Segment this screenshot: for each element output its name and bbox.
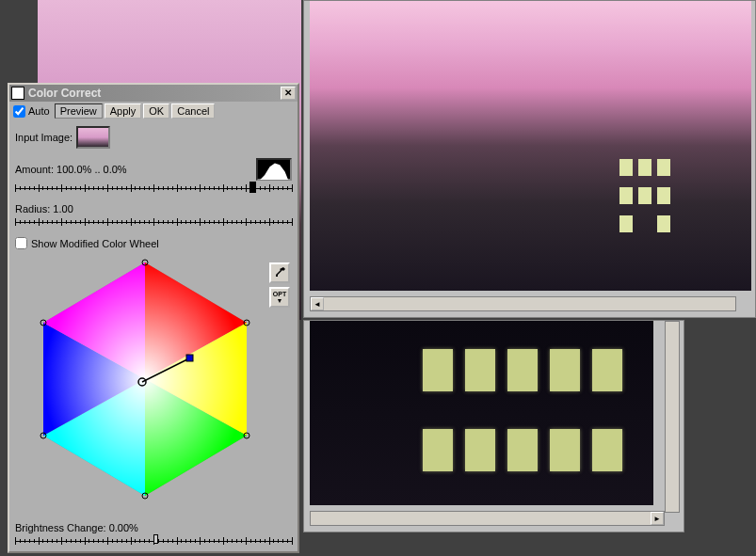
input-image-thumbnail[interactable] [76,126,110,149]
workspace: ◄ ► Color Correct ✕ Auto P [0,0,756,556]
brightness-label: Brightness Change: 0.00% [15,522,138,533]
options-button[interactable]: OPT ▼ [269,287,290,308]
show-modified-checkbox[interactable] [15,237,27,249]
svg-marker-0 [260,164,288,181]
scroll-left-icon[interactable]: ◄ [311,297,324,310]
histogram-thumbnail[interactable] [256,158,292,181]
input-image-label: Input Image: [15,132,72,143]
opt-label: OPT [273,291,286,297]
ok-button[interactable]: OK [143,103,169,119]
radius-label: Radius: 1.00 [15,203,73,214]
brightness-slider[interactable] [15,535,292,548]
apply-button[interactable]: Apply [105,103,142,119]
image-canvas-sunset[interactable] [310,1,751,291]
image-window-bottom: ► [303,320,684,532]
image-window-top: ◄ [303,0,756,318]
scroll-right-icon[interactable]: ► [651,512,664,525]
window-icon [11,87,24,100]
dialog-title: Color Correct [28,87,281,100]
auto-checkbox[interactable] [13,105,25,118]
scrollbar-horizontal[interactable]: ◄ [310,296,736,311]
image-canvas-dark[interactable] [310,321,653,505]
scrollbar-horizontal[interactable]: ► [310,511,665,526]
amount-slider[interactable] [15,183,292,196]
scrollbar-vertical[interactable] [665,321,680,513]
eyedropper-button[interactable] [269,262,290,283]
auto-label: Auto [28,105,50,117]
color-correct-dialog: Color Correct ✕ Auto Preview Apply OK Ca… [8,83,299,553]
show-modified-label: Show Modified Color Wheel [31,238,159,249]
toolbar: Auto Preview Apply OK Cancel [9,102,298,120]
chevron-down-icon: ▼ [277,297,283,304]
color-wheel-handle[interactable] [186,355,193,361]
color-wheel[interactable] [34,257,256,501]
eyedropper-icon [273,266,286,279]
preview-button[interactable]: Preview [55,103,103,119]
titlebar[interactable]: Color Correct ✕ [9,85,298,102]
close-button[interactable]: ✕ [281,87,296,100]
radius-slider[interactable] [15,216,292,230]
cancel-button[interactable]: Cancel [171,103,215,119]
amount-label: Amount: 100.0% .. 0.0% [15,164,127,175]
